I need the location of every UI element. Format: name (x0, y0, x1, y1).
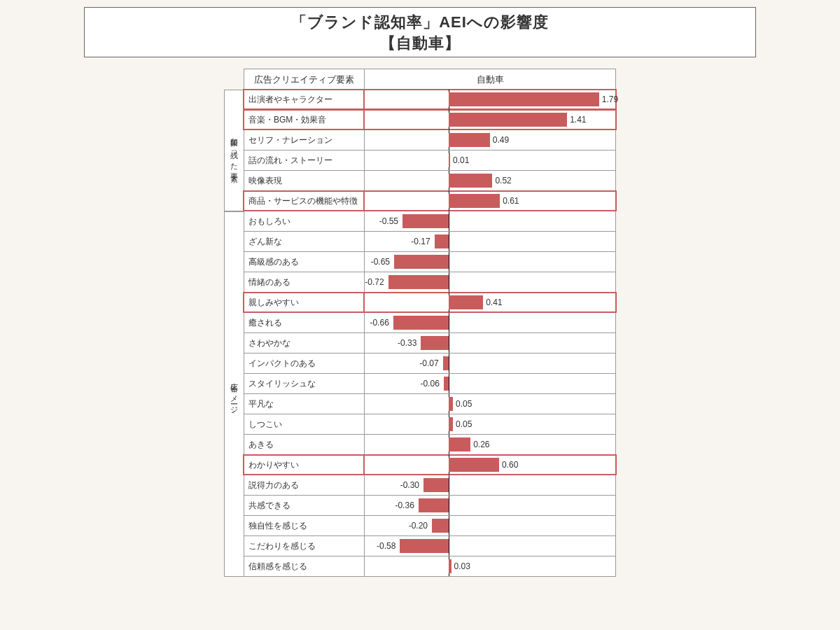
bar (449, 417, 453, 431)
bar-value: -0.07 (419, 354, 438, 373)
header-left: 広告クリエイティブ要素 (244, 69, 364, 90)
row-label: しつこい (244, 414, 364, 434)
chart-row: あきる0.26 (244, 435, 616, 455)
chart-row: 商品・サービスの機能や特徴0.61 (244, 191, 616, 211)
bar (449, 113, 567, 127)
zero-axis (449, 354, 449, 373)
bar-value: -0.06 (420, 374, 439, 393)
row-plot: -0.65 (364, 252, 616, 272)
bar (402, 214, 449, 228)
chart-row: 親しみやすい0.41 (244, 293, 616, 313)
row-plot: -0.66 (364, 313, 616, 332)
row-label: 出演者やキャラクター (244, 90, 364, 109)
chart-row: 情緒のある-0.72 (244, 272, 616, 293)
chart-row: さわやかな-0.33 (244, 333, 616, 354)
group-1-rows: 出演者やキャラクター1.79音楽・BGM・効果音1.41セリフ・ナレーション0.… (244, 90, 616, 211)
bar (449, 153, 450, 167)
chart-row: 説得力のある-0.30 (244, 475, 616, 496)
row-plot: 0.49 (364, 130, 616, 150)
row-label: おもしろい (244, 211, 364, 231)
group-1: 印象に残った要素 出演者やキャラクター1.79音楽・BGM・効果音1.41セリフ… (224, 90, 616, 211)
zero-axis (449, 475, 449, 495)
row-plot: 1.79 (364, 90, 616, 109)
row-plot: 0.60 (364, 455, 616, 475)
row-label: 親しみやすい (244, 293, 364, 312)
chart-row: こだわりを感じる-0.58 (244, 536, 616, 556)
bar (449, 174, 492, 188)
bar-value: -0.17 (411, 232, 430, 251)
zero-axis (449, 536, 449, 556)
row-plot: 0.52 (364, 171, 616, 190)
bar-value: -0.58 (377, 536, 396, 556)
row-plot: -0.30 (364, 475, 616, 495)
row-plot: 0.61 (364, 191, 616, 211)
bar-value: 0.60 (502, 455, 518, 475)
bar (435, 234, 449, 248)
row-plot: 0.05 (364, 394, 616, 414)
chart-row: 出演者やキャラクター1.79 (244, 90, 616, 110)
bar-value: 0.49 (493, 130, 509, 150)
bar (449, 194, 500, 208)
bar-value: -0.36 (395, 496, 414, 515)
bar (421, 336, 449, 350)
bar (393, 316, 449, 330)
bar (432, 519, 449, 533)
row-plot: -0.58 (364, 536, 616, 556)
bar (449, 438, 470, 451)
row-plot: -0.07 (364, 354, 616, 373)
zero-axis (449, 374, 449, 393)
row-label: 映像表現 (244, 171, 364, 190)
zero-axis (449, 272, 449, 292)
bar-value: 0.03 (454, 556, 470, 576)
row-plot: -0.17 (364, 232, 616, 251)
chart-row: わかりやすい0.60 (244, 455, 616, 475)
row-label: セリフ・ナレーション (244, 130, 364, 150)
header-right: 自動車 (364, 69, 616, 90)
bar-value: 0.61 (503, 191, 519, 211)
bar-value: -0.72 (365, 272, 384, 292)
row-label: 高級感のある (244, 252, 364, 272)
chart-row: 映像表現0.52 (244, 171, 616, 191)
chart-title-line1: 「ブランド認知率」AEIへの影響度 (85, 12, 755, 33)
chart-header-row: 広告クリエイティブ要素 自動車 (224, 69, 616, 90)
group-1-label: 印象に残った要素 (224, 90, 244, 211)
row-label: 信頼感を感じる (244, 556, 364, 576)
row-plot: -0.72 (364, 272, 616, 292)
zero-axis (449, 252, 449, 272)
bar (443, 356, 449, 370)
bar-value: -0.66 (370, 313, 388, 332)
chart-row: 癒される-0.66 (244, 313, 616, 333)
bar (419, 498, 449, 512)
row-plot: 0.26 (364, 435, 616, 454)
row-label: スタイリッシュな (244, 374, 364, 393)
group-2: 広告イメージ おもしろい-0.55ざん新な-0.17高級感のある-0.65情緒の… (224, 211, 616, 577)
bar-value: 0.05 (456, 394, 472, 414)
row-label: さわやかな (244, 333, 364, 353)
bar-value: -0.65 (371, 252, 390, 272)
row-plot: -0.20 (364, 516, 616, 536)
chart-row: 音楽・BGM・効果音1.41 (244, 110, 616, 130)
group-header-spacer (224, 69, 244, 90)
row-label: 平凡な (244, 394, 364, 414)
row-label: あきる (244, 435, 364, 454)
chart-row: 話の流れ・ストーリー0.01 (244, 150, 616, 171)
bar-value: -0.55 (379, 211, 398, 231)
zero-axis (449, 516, 449, 536)
chart-row: 平凡な0.05 (244, 394, 616, 414)
bar (394, 255, 449, 269)
chart-row: しつこい0.05 (244, 414, 616, 435)
chart-row: ざん新な-0.17 (244, 232, 616, 252)
bar-value: -0.33 (398, 333, 416, 353)
chart-row: おもしろい-0.55 (244, 211, 616, 232)
row-label: 音楽・BGM・効果音 (244, 110, 364, 130)
bar-value: 0.52 (495, 171, 511, 190)
row-label: 商品・サービスの機能や特徴 (244, 191, 364, 211)
row-plot: 0.41 (364, 293, 616, 312)
row-label: 話の流れ・ストーリー (244, 150, 364, 170)
bar-value: 1.41 (570, 110, 586, 130)
row-plot: -0.36 (364, 496, 616, 515)
bar-value: -0.30 (400, 475, 419, 495)
bar (449, 559, 451, 573)
zero-axis (449, 496, 449, 515)
chart-row: 独自性を感じる-0.20 (244, 516, 616, 536)
